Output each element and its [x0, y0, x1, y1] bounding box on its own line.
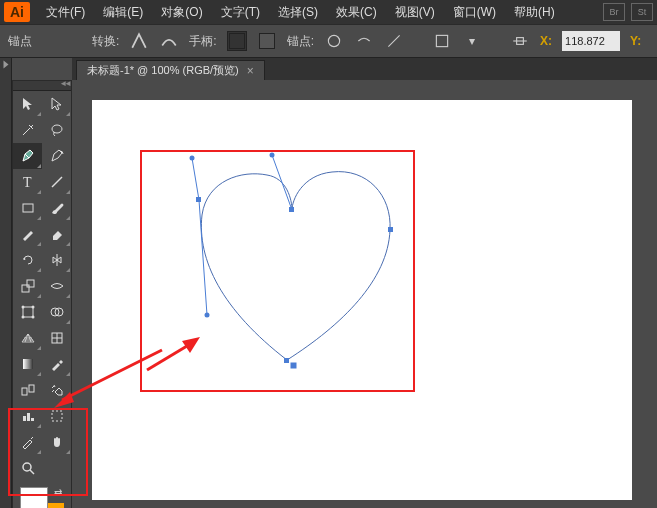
convert-label: 转换:: [92, 33, 119, 50]
svg-rect-23: [23, 416, 26, 421]
artboard[interactable]: [92, 100, 632, 500]
eyedropper-tool[interactable]: [42, 351, 71, 377]
shape-builder-tool[interactable]: [42, 299, 71, 325]
selection-tool[interactable]: [13, 91, 42, 117]
menu-object[interactable]: 对象(O): [153, 1, 210, 24]
svg-point-39: [270, 153, 275, 158]
convert-corner-icon[interactable]: [129, 31, 149, 51]
x-value-input[interactable]: 118.872: [562, 31, 620, 51]
gradient-tool[interactable]: [13, 351, 42, 377]
perspective-grid-tool[interactable]: [13, 325, 42, 351]
menu-window[interactable]: 窗口(W): [445, 1, 504, 24]
svg-rect-1: [436, 35, 447, 46]
handle-show-icon[interactable]: [227, 31, 247, 51]
svg-point-11: [21, 306, 24, 309]
document-tabs: 未标题-1* @ 100% (RGB/预览) ×: [72, 58, 657, 80]
svg-line-28: [30, 470, 34, 474]
svg-rect-35: [284, 358, 289, 363]
canvas-area[interactable]: [72, 80, 657, 508]
pen-tool[interactable]: [13, 143, 42, 169]
svg-rect-32: [196, 197, 201, 202]
svg-line-29: [192, 158, 199, 200]
scale-tool[interactable]: [13, 273, 42, 299]
svg-point-27: [23, 463, 31, 471]
handle-label: 手柄:: [189, 33, 216, 50]
svg-point-14: [31, 316, 34, 319]
tab-close-icon[interactable]: ×: [247, 64, 254, 78]
lasso-tool[interactable]: [42, 117, 71, 143]
type-tool[interactable]: T: [13, 169, 42, 195]
heart-path[interactable]: [92, 100, 632, 500]
menu-type[interactable]: 文字(T): [213, 1, 268, 24]
tools-panel: T: [12, 80, 72, 508]
menu-file[interactable]: 文件(F): [38, 1, 93, 24]
menu-select[interactable]: 选择(S): [270, 1, 326, 24]
svg-line-6: [52, 177, 62, 187]
mesh-tool[interactable]: [42, 325, 71, 351]
zoom-tool[interactable]: [13, 455, 42, 481]
rotate-tool[interactable]: [13, 247, 42, 273]
svg-rect-9: [27, 280, 34, 287]
svg-point-37: [190, 156, 195, 161]
y-label: Y:: [630, 34, 641, 48]
cut-path-icon[interactable]: [354, 31, 374, 51]
svg-point-12: [31, 306, 34, 309]
stock-icon[interactable]: St: [631, 3, 653, 21]
menu-view[interactable]: 视图(V): [387, 1, 443, 24]
color-controls: ⇄: [13, 481, 71, 508]
menu-effect[interactable]: 效果(C): [328, 1, 385, 24]
artboard-tool[interactable]: [42, 403, 71, 429]
line-tool[interactable]: [42, 169, 71, 195]
svg-text:T: T: [23, 175, 32, 190]
control-bar: 锚点 转换: 手柄: 锚点: ▾ X: 118.872 Y:: [0, 24, 657, 58]
svg-rect-21: [22, 388, 27, 395]
blend-tool[interactable]: [13, 377, 42, 403]
anchors-label: 锚点:: [287, 33, 314, 50]
svg-rect-7: [23, 204, 33, 212]
menu-bar: Ai 文件(F) 编辑(E) 对象(O) 文字(T) 选择(S) 效果(C) 视…: [0, 0, 657, 24]
width-tool[interactable]: [42, 273, 71, 299]
pencil-tool[interactable]: [13, 221, 42, 247]
column-graph-tool[interactable]: [13, 403, 42, 429]
eraser-tool[interactable]: [42, 221, 71, 247]
connect-anchor-icon[interactable]: [384, 31, 404, 51]
hand-tool[interactable]: [42, 429, 71, 455]
svg-rect-24: [27, 413, 30, 421]
svg-rect-8: [22, 285, 29, 292]
menu-edit[interactable]: 编辑(E): [95, 1, 151, 24]
align-edge-icon[interactable]: [510, 31, 530, 51]
rectangle-tool[interactable]: [13, 195, 42, 221]
left-dock: [0, 58, 12, 508]
print-tiling-tool[interactable]: [42, 455, 71, 481]
anchor-point-label: 锚点: [8, 33, 32, 50]
document-tab[interactable]: 未标题-1* @ 100% (RGB/预览) ×: [76, 60, 265, 80]
svg-point-38: [205, 313, 210, 318]
paintbrush-tool[interactable]: [42, 195, 71, 221]
swap-colors-icon[interactable]: ⇄: [54, 487, 62, 498]
handle-hide-icon[interactable]: [257, 31, 277, 51]
svg-point-4: [52, 125, 62, 133]
svg-rect-33: [289, 207, 294, 212]
magic-wand-tool[interactable]: [13, 117, 42, 143]
svg-rect-34: [388, 227, 393, 232]
bridge-icon[interactable]: Br: [603, 3, 625, 21]
svg-point-0: [328, 35, 339, 46]
symbol-sprayer-tool[interactable]: [42, 377, 71, 403]
free-transform-tool[interactable]: [13, 299, 42, 325]
svg-point-13: [21, 316, 24, 319]
app-logo: Ai: [4, 2, 30, 22]
svg-rect-26: [52, 411, 62, 421]
remove-anchor-icon[interactable]: [324, 31, 344, 51]
direct-selection-tool[interactable]: [42, 91, 71, 117]
fill-swatch[interactable]: [20, 487, 48, 508]
menu-help[interactable]: 帮助(H): [506, 1, 563, 24]
tools-header[interactable]: [13, 81, 71, 91]
slice-tool[interactable]: [13, 429, 42, 455]
svg-line-31: [272, 155, 292, 210]
align-icon[interactable]: [432, 31, 452, 51]
isolate-icon[interactable]: ▾: [462, 31, 482, 51]
svg-rect-25: [31, 418, 34, 421]
curvature-tool[interactable]: [42, 143, 71, 169]
convert-smooth-icon[interactable]: [159, 31, 179, 51]
reflect-tool[interactable]: [42, 247, 71, 273]
